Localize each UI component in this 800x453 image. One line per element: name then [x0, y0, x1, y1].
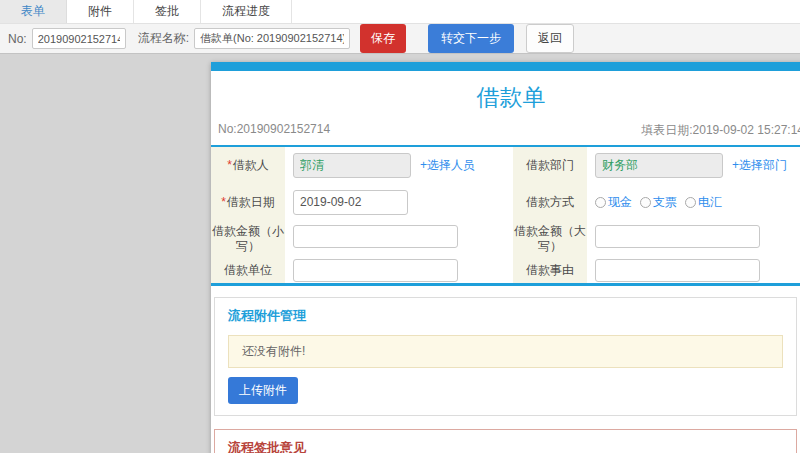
amount-lower-input[interactable]	[293, 225, 458, 248]
radio-cheque[interactable]: 支票	[640, 194, 677, 211]
radio-button-icon[interactable]	[640, 197, 651, 208]
approval-heading: 流程签批意见	[228, 439, 783, 453]
page-title: 借款单	[211, 71, 800, 122]
top-chrome: 表单 附件 签批 流程进度 No: 流程名称: 保存 转交下一步 返回	[0, 0, 800, 54]
approval-section: 流程签批意见 B I abc	[214, 429, 797, 453]
amount-lower-field-cell	[285, 221, 513, 257]
amount-upper-label-cell: 借款金额（大写）	[513, 221, 587, 257]
required-mark: *	[227, 158, 232, 173]
loan-method-radio-group: 现金 支票 电汇	[595, 194, 722, 211]
flow-name-input[interactable]	[194, 28, 350, 49]
tab-bar-filler	[292, 0, 800, 23]
loan-date-label-cell: *借款日期	[211, 183, 285, 221]
unit-label-cell: 借款单位	[211, 257, 285, 283]
borrower-field-cell: +选择人员	[285, 147, 513, 183]
borrower-input[interactable]	[293, 153, 411, 178]
no-attachments-alert: 还没有附件!	[228, 335, 783, 368]
radio-button-icon[interactable]	[595, 197, 606, 208]
radio-wire[interactable]: 电汇	[685, 194, 722, 211]
amount-upper-label: 借款金额（大写）	[514, 224, 586, 254]
amount-lower-label: 借款金额（小写）	[212, 224, 284, 254]
reason-field-cell	[587, 257, 800, 283]
action-toolbar: No: 流程名称: 保存 转交下一步 返回	[0, 24, 800, 54]
department-field-cell: +选择部门	[587, 147, 800, 183]
department-label-cell: 借款部门	[513, 147, 587, 183]
form-meta-row: No:20190902152714 填表日期:2019-09-02 15:27:…	[211, 122, 800, 147]
form-row-amount: 借款金额（小写） 借款金额（大写）	[211, 221, 800, 257]
reason-input[interactable]	[595, 259, 760, 282]
unit-input[interactable]	[293, 259, 458, 282]
loan-method-label-cell: 借款方式	[513, 183, 587, 221]
loan-method-field-cell: 现金 支票 电汇	[587, 183, 800, 221]
loan-date-input[interactable]	[293, 190, 408, 215]
form-row-borrower: *借款人 +选择人员 借款部门 +选择部门	[211, 147, 800, 183]
unit-field-cell	[285, 257, 513, 283]
amount-lower-label-cell: 借款金额（小写）	[211, 221, 285, 257]
doc-number: No:20190902152714	[218, 122, 330, 139]
reason-label-cell: 借款事由	[513, 257, 587, 283]
required-mark: *	[221, 195, 226, 210]
tab-bar: 表单 附件 签批 流程进度	[0, 0, 800, 24]
panel-top-accent-bar	[211, 62, 800, 71]
attachments-heading: 流程附件管理	[228, 307, 783, 325]
loan-date-field-cell	[285, 183, 513, 221]
radio-button-icon[interactable]	[685, 197, 696, 208]
radio-cash-label: 现金	[608, 194, 632, 211]
reason-label: 借款事由	[526, 263, 574, 278]
table-bottom-accent-bar	[211, 283, 800, 286]
upload-attachment-button[interactable]: 上传附件	[228, 377, 298, 404]
form-row-unit-reason: 借款单位 借款事由	[211, 257, 800, 283]
save-button[interactable]: 保存	[360, 24, 406, 53]
borrower-label-cell: *借款人	[211, 147, 285, 183]
amount-upper-input[interactable]	[595, 225, 760, 248]
select-department-link[interactable]: +选择部门	[732, 157, 787, 174]
tab-approval[interactable]: 签批	[134, 0, 201, 23]
form-panel: 借款单 No:20190902152714 填表日期:2019-09-02 15…	[211, 62, 800, 453]
department-label: 借款部门	[526, 158, 574, 173]
radio-cheque-label: 支票	[653, 194, 677, 211]
form-row-date-method: *借款日期 借款方式 现金 支票 电汇	[211, 183, 800, 221]
borrower-label: 借款人	[233, 158, 269, 173]
tab-process-progress[interactable]: 流程进度	[201, 0, 292, 23]
no-input[interactable]	[32, 28, 126, 49]
fill-date: 填表日期:2019-09-02 15:27:14	[641, 122, 800, 139]
unit-label: 借款单位	[224, 263, 272, 278]
loan-date-label: 借款日期	[227, 195, 275, 210]
tab-attachment[interactable]: 附件	[67, 0, 134, 23]
attachments-section: 流程附件管理 还没有附件! 上传附件	[214, 297, 797, 416]
department-input[interactable]	[595, 153, 723, 178]
tab-form[interactable]: 表单	[0, 0, 67, 23]
amount-upper-field-cell	[587, 221, 800, 257]
select-person-link[interactable]: +选择人员	[420, 157, 475, 174]
next-step-button[interactable]: 转交下一步	[428, 24, 514, 53]
loan-method-label: 借款方式	[526, 195, 574, 210]
no-label: No:	[8, 32, 27, 46]
radio-cash[interactable]: 现金	[595, 194, 632, 211]
no-attachments-text: 还没有附件!	[242, 344, 305, 358]
radio-wire-label: 电汇	[698, 194, 722, 211]
flow-name-label: 流程名称:	[138, 30, 189, 47]
back-button[interactable]: 返回	[526, 24, 574, 53]
